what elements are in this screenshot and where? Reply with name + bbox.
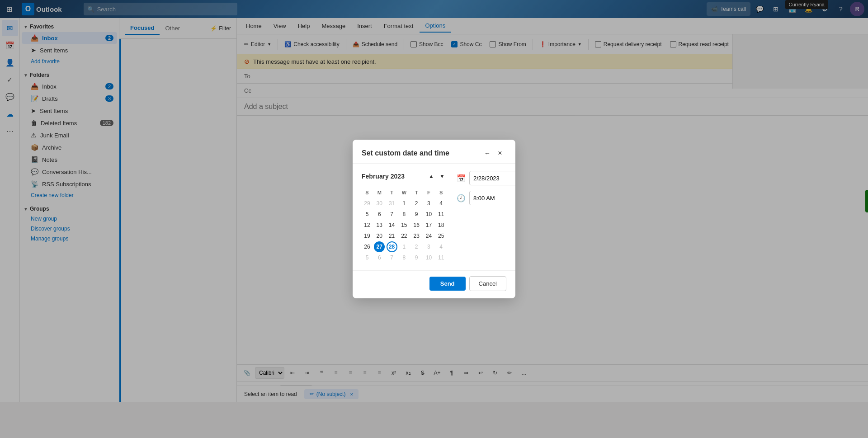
cal-day[interactable]: 11 (436, 209, 447, 220)
cal-day[interactable]: 5 (362, 209, 373, 220)
cal-day[interactable]: 3 (423, 241, 434, 252)
cal-day[interactable]: 19 (362, 231, 373, 241)
calendar-header: February 2023 ▲ ▼ (362, 171, 448, 182)
day-head-s: S (362, 187, 373, 198)
cal-day[interactable]: 6 (374, 252, 385, 263)
calendar-week-3: 12 13 14 15 16 17 18 (362, 220, 448, 231)
cal-day[interactable]: 4 (436, 198, 447, 209)
modal-footer: Send Cancel (353, 270, 515, 298)
cal-day[interactable]: 7 (387, 209, 397, 220)
modal-back-button[interactable]: ← (481, 147, 494, 160)
cal-day[interactable]: 1 (399, 241, 410, 252)
cal-day[interactable]: 17 (423, 220, 434, 231)
cal-day[interactable]: 8 (399, 252, 410, 263)
calendar-week-5: 26 27 28 1 2 3 4 (362, 241, 448, 252)
calendar-week-2: 5 6 7 8 9 10 11 (362, 209, 448, 220)
cal-day[interactable]: 25 (436, 231, 447, 241)
calendar-days-header: S M T W T F S (362, 187, 448, 198)
time-select[interactable]: 8:00 AM 8:30 AM 9:00 AM 9:30 AM 10:00 AM (469, 191, 515, 205)
cal-day[interactable]: 15 (399, 220, 410, 231)
cal-day[interactable]: 12 (362, 220, 373, 231)
cal-day[interactable]: 8 (399, 209, 410, 220)
cal-day[interactable]: 16 (411, 220, 422, 231)
cal-day[interactable]: 6 (374, 209, 385, 220)
cal-day[interactable]: 10 (423, 252, 434, 263)
day-head-t: T (387, 187, 397, 198)
cal-day[interactable]: 22 (399, 231, 410, 241)
cal-day[interactable]: 23 (411, 231, 422, 241)
day-head-w: W (399, 187, 410, 198)
cal-day-selected[interactable]: 28 (387, 241, 397, 252)
cal-day[interactable]: 24 (423, 231, 434, 241)
day-head-sa: S (436, 187, 447, 198)
modal-title: Set custom date and time (362, 149, 481, 157)
cal-day[interactable]: 5 (362, 252, 373, 263)
cal-day[interactable]: 20 (374, 231, 385, 241)
clock-icon: 🕗 (457, 194, 466, 203)
cal-day[interactable]: 31 (387, 198, 397, 209)
day-head-th: T (411, 187, 422, 198)
cal-day[interactable]: 10 (423, 209, 434, 220)
calendar-week-1: 29 30 31 1 2 3 4 (362, 198, 448, 209)
cal-day[interactable]: 3 (423, 198, 434, 209)
calendar-section: February 2023 ▲ ▼ S M T W T F S (362, 171, 448, 263)
date-input[interactable] (469, 171, 515, 185)
date-row: 📅 (457, 171, 515, 185)
modal-header: Set custom date and time ← × (353, 140, 515, 164)
cal-day[interactable]: 2 (411, 241, 422, 252)
cal-day[interactable]: 1 (399, 198, 410, 209)
calendar-next-button[interactable]: ▼ (437, 171, 448, 182)
cal-day[interactable]: 26 (362, 241, 373, 252)
cal-day[interactable]: 11 (436, 252, 447, 263)
modal-close-button[interactable]: × (494, 147, 506, 160)
cal-day[interactable]: 30 (374, 198, 385, 209)
modal-send-button[interactable]: Send (429, 277, 466, 291)
cal-day[interactable]: 9 (411, 209, 422, 220)
datetime-section: 📅 🕗 8:00 AM 8:30 AM 9:00 AM 9:30 AM 10:0… (457, 171, 515, 263)
cal-day[interactable]: 21 (387, 231, 397, 241)
time-select-wrapper: 8:00 AM 8:30 AM 9:00 AM 9:30 AM 10:00 AM… (469, 191, 515, 205)
cal-day[interactable]: 9 (411, 252, 422, 263)
cal-day[interactable]: 29 (362, 198, 373, 209)
calendar-week-6: 5 6 7 8 9 10 11 (362, 252, 448, 263)
modal-body: February 2023 ▲ ▼ S M T W T F S (353, 164, 515, 270)
calendar-prev-button[interactable]: ▲ (426, 171, 437, 182)
day-head-f: F (423, 187, 434, 198)
cal-day[interactable]: 7 (387, 252, 397, 263)
modal-dialog: Set custom date and time ← × February 20… (353, 140, 515, 298)
cal-day[interactable]: 14 (387, 220, 397, 231)
cal-day[interactable]: 4 (436, 241, 447, 252)
cal-day[interactable]: 2 (411, 198, 422, 209)
calendar-week-4: 19 20 21 22 23 24 25 (362, 231, 448, 241)
modal-cancel-button[interactable]: Cancel (469, 276, 506, 291)
cal-day[interactable]: 18 (436, 220, 447, 231)
calendar-month-year: February 2023 (362, 173, 426, 180)
time-row: 🕗 8:00 AM 8:30 AM 9:00 AM 9:30 AM 10:00 … (457, 191, 515, 205)
calendar-grid: S M T W T F S 29 30 31 1 2 (362, 187, 448, 263)
modal-overlay[interactable]: Set custom date and time ← × February 20… (0, 0, 868, 438)
cal-day-today[interactable]: 27 (374, 241, 385, 252)
day-head-m: M (374, 187, 385, 198)
calendar-icon: 📅 (457, 174, 466, 183)
cal-day[interactable]: 13 (374, 220, 385, 231)
